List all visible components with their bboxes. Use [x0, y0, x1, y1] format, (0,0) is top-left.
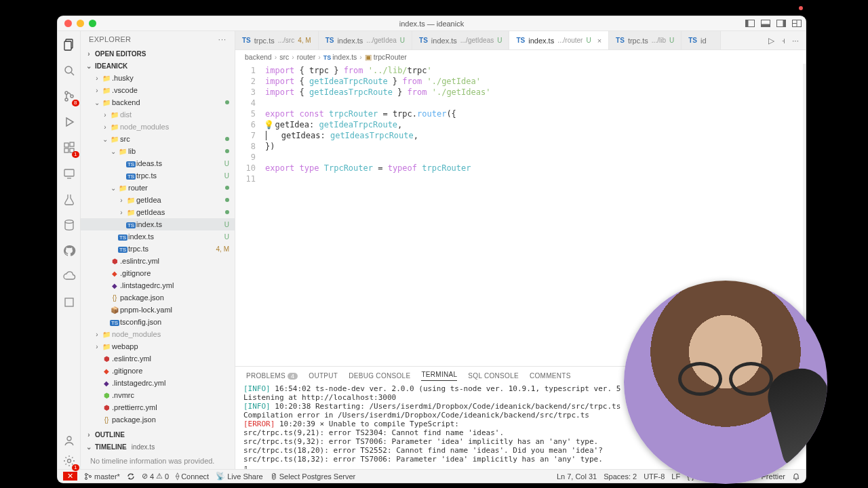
github-icon[interactable] — [61, 243, 77, 259]
tree-item[interactable]: ›📁.vscode — [81, 84, 235, 96]
editor-tab[interactable]: TSindex.ts.../getIdeaU — [319, 31, 412, 49]
test-icon[interactable] — [61, 191, 77, 207]
activity-bar: 8 1 1 — [58, 31, 81, 469]
editor-tab[interactable]: TSindex.ts.../routerU× — [509, 31, 609, 49]
cursor-position[interactable]: Ln 7, Col 31 — [557, 472, 597, 481]
project-section[interactable]: ⌄IDEANICK — [81, 60, 235, 72]
explorer-title: EXPLORER — [89, 35, 131, 43]
tree-item[interactable]: ◆.gitignore — [81, 365, 235, 377]
debug-icon[interactable] — [61, 114, 77, 130]
connect-button[interactable]: ⟠ Connect — [176, 472, 209, 481]
editor-tab[interactable]: TStrpc.ts.../libU — [609, 31, 682, 49]
git-branch[interactable]: master* — [84, 472, 120, 481]
panel-toggle-left-icon[interactable] — [745, 18, 755, 28]
sync-icon[interactable] — [127, 472, 135, 481]
svg-rect-3 — [761, 24, 770, 27]
tree-item[interactable]: TStrpc.tsU — [81, 169, 235, 182]
tree-item[interactable]: ◆.gitignore — [81, 267, 235, 279]
tree-item[interactable]: ⌄📁router — [81, 182, 235, 194]
settings-badge: 1 — [72, 464, 79, 471]
tree-item[interactable]: TStsconfig.json — [81, 316, 235, 328]
titlebar: index.ts — ideanick — [58, 16, 806, 31]
open-editors-section[interactable]: ›OPEN EDITORS — [81, 47, 235, 60]
split-icon[interactable]: ⫞ — [781, 36, 785, 45]
svg-point-23 — [65, 220, 73, 224]
tree-item[interactable]: ⬢.eslintrc.yml — [81, 255, 235, 267]
remote-indicator[interactable]: ✕ — [63, 472, 77, 481]
tree-item[interactable]: ›📁node_modules — [81, 328, 235, 340]
tree-item[interactable]: ⬢.prettierrc.yml — [81, 401, 235, 413]
breadcrumb-item[interactable]: src — [279, 53, 289, 61]
tree-item[interactable]: ›📁node_modules — [81, 121, 235, 133]
breadcrumb-item[interactable]: ▣ trpcRouter — [365, 53, 407, 61]
tree-item[interactable]: ⬢.nvmrc — [81, 389, 235, 401]
breadcrumb-item[interactable]: router — [297, 53, 315, 61]
outline-section[interactable]: ›OUTLINE — [81, 428, 235, 441]
tree-item[interactable]: ⌄📁src — [81, 133, 235, 145]
tree-item[interactable]: ◆.lintstagedrc.yml — [81, 377, 235, 389]
breadcrumb-item[interactable]: backend — [245, 53, 272, 61]
timeline-section[interactable]: ⌄TIMELINEindex.ts — [81, 441, 235, 453]
layout-icon[interactable] — [791, 18, 802, 28]
bell-icon[interactable] — [792, 472, 800, 481]
tree-item[interactable]: TStrpc.ts4, M — [81, 243, 235, 255]
breadcrumbs[interactable]: backend›src›router›TSindex.ts›▣ trpcRout… — [235, 50, 806, 64]
panel-tab[interactable]: SQL CONSOLE — [468, 372, 519, 380]
tree-item[interactable]: TSindex.tsU — [81, 230, 235, 243]
tree-item[interactable]: ⬢.eslintrc.yml — [81, 352, 235, 365]
tree-item[interactable]: ›📁getIdea — [81, 194, 235, 206]
tree-item[interactable]: TSideas.tsU — [81, 157, 235, 169]
scm-icon[interactable]: 8 — [61, 88, 77, 104]
more-icon[interactable]: ··· — [218, 35, 226, 43]
tree-item[interactable]: ›📁.husky — [81, 72, 235, 84]
remote-icon[interactable] — [61, 165, 77, 182]
panel-tab[interactable]: PROBLEMS4 — [246, 372, 298, 380]
editor-tab[interactable]: TSid — [682, 31, 720, 49]
box-icon[interactable] — [61, 294, 77, 310]
panel-tab[interactable]: COMMENTS — [530, 372, 571, 380]
eol-info[interactable]: LF — [671, 472, 680, 481]
run-icon[interactable]: ▷ — [768, 36, 774, 45]
scm-badge: 8 — [72, 100, 79, 106]
explorer-icon[interactable] — [61, 37, 77, 53]
tree-item[interactable]: 📦pnpm-lock.yaml — [81, 304, 235, 316]
db-icon[interactable] — [61, 217, 77, 233]
svg-line-12 — [71, 73, 74, 75]
encoding-info[interactable]: UTF-8 — [644, 472, 665, 481]
svg-rect-5 — [783, 20, 785, 27]
live-share-button[interactable]: 📡 Live Share — [216, 472, 263, 481]
panel-tab[interactable]: TERMINAL — [421, 371, 457, 381]
tree-item[interactable]: TSindex.tsU — [81, 218, 235, 230]
panel-toggle-right-icon[interactable] — [776, 18, 786, 28]
svg-point-26 — [67, 460, 71, 463]
search-icon[interactable] — [61, 62, 77, 79]
cloud-icon[interactable] — [61, 268, 77, 285]
tree-item[interactable]: ›📁dist — [81, 108, 235, 121]
tree-item[interactable]: ◆.lintstagedrc.yml — [81, 279, 235, 291]
panel-tab[interactable]: DEBUG CONSOLE — [349, 372, 410, 380]
account-icon[interactable] — [61, 432, 77, 449]
panel-toggle-bottom-icon[interactable] — [760, 18, 770, 28]
problems-count[interactable]: ⊘ 4 ⚠ 0 — [142, 472, 169, 481]
editor-tab[interactable]: TSindex.ts.../getIdeasU — [412, 31, 509, 49]
tree-item[interactable]: {}package.json — [81, 413, 235, 426]
extensions-icon[interactable]: 1 — [61, 140, 77, 156]
svg-point-27 — [85, 473, 87, 475]
tree-item[interactable]: ⌄📁backend — [81, 96, 235, 108]
editor-tab[interactable]: TStrpc.ts.../src4, M — [235, 31, 319, 49]
tree-item[interactable]: ›📁getIdeas — [81, 206, 235, 218]
breadcrumb-item[interactable]: TSindex.ts — [323, 53, 357, 61]
tree-item[interactable]: ⌄📁lib — [81, 145, 235, 157]
tree-item[interactable]: {}package.json — [81, 291, 235, 304]
svg-rect-24 — [65, 298, 73, 306]
panel-tab[interactable]: OUTPUT — [309, 372, 338, 380]
settings-icon[interactable]: 1 — [61, 453, 77, 469]
close-tab-icon[interactable]: × — [597, 37, 601, 45]
tree-item[interactable]: 📦pnpm-lock.yaml — [81, 426, 235, 428]
tree-item[interactable]: ›📁webapp — [81, 340, 235, 352]
more-tab-icon[interactable]: ··· — [792, 36, 799, 45]
svg-point-25 — [67, 436, 71, 441]
svg-rect-21 — [64, 169, 74, 176]
indent-info[interactable]: Spaces: 2 — [604, 472, 637, 481]
postgres-button[interactable]: 🛢 Select Postgres Server — [270, 472, 356, 481]
